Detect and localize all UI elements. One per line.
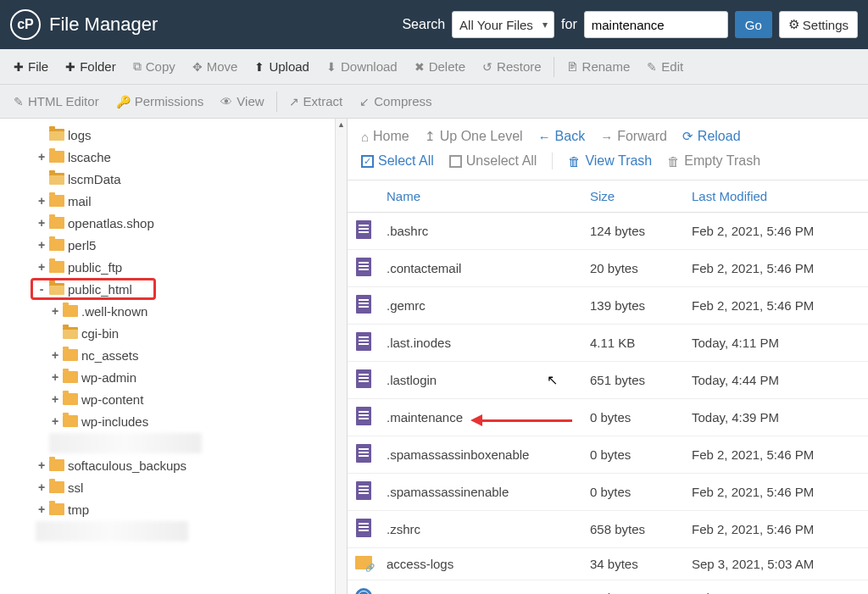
unselect-all-button[interactable]: Unselect All bbox=[449, 153, 537, 169]
compress-button[interactable]: ↙Compress bbox=[351, 89, 440, 114]
toggle-icon[interactable]: + bbox=[36, 458, 47, 472]
toggle-icon[interactable]: + bbox=[36, 502, 47, 516]
html-editor-button[interactable]: ✎HTML Editor bbox=[5, 89, 108, 114]
for-label: for bbox=[561, 17, 577, 32]
tree-item[interactable]: +wp-content bbox=[5, 388, 335, 410]
tree-item-blurred bbox=[5, 432, 335, 454]
folder-icon bbox=[63, 415, 78, 427]
folder-icon bbox=[49, 459, 64, 471]
tree-item-label: openatlas.shop bbox=[68, 216, 154, 230]
tree-item-label: softaculous_backups bbox=[68, 458, 186, 473]
file-icon bbox=[356, 220, 371, 239]
file-modified: Feb 2, 2021, 5:46 PM bbox=[685, 213, 868, 250]
table-row[interactable]: .contactemail20 bytesFeb 2, 2021, 5:46 P… bbox=[348, 250, 868, 287]
upload-button[interactable]: ⬆Upload bbox=[246, 54, 318, 79]
toggle-icon[interactable]: + bbox=[49, 414, 61, 428]
view-trash-button[interactable]: 🗑View Trash bbox=[568, 153, 652, 169]
table-row[interactable]: www11 bytesFeb 2, 2021, 5:46 PM bbox=[348, 580, 868, 595]
tree-item[interactable]: +perl5 bbox=[5, 234, 335, 256]
table-row[interactable]: .spamassassinboxenable0 bytesFeb 2, 2021… bbox=[348, 436, 868, 474]
table-row[interactable]: .maintenance0 bytesToday, 4:39 PM bbox=[348, 399, 868, 436]
tree-item-label: public_html bbox=[68, 282, 132, 297]
scroll-up-icon[interactable]: ▲ bbox=[337, 120, 345, 129]
file-name: .spamassassinboxenable bbox=[380, 436, 583, 474]
tree-item[interactable]: +wp-includes bbox=[5, 410, 335, 432]
tree-item[interactable]: +mail bbox=[5, 190, 335, 212]
empty-trash-button[interactable]: 🗑Empty Trash bbox=[667, 153, 760, 169]
back-button[interactable]: ←Back bbox=[538, 129, 586, 144]
table-row[interactable]: .last.inodes4.11 KBToday, 4:11 PM bbox=[348, 325, 868, 362]
toggle-icon[interactable]: + bbox=[49, 370, 61, 384]
toggle-icon[interactable]: + bbox=[36, 238, 47, 252]
separator bbox=[554, 57, 554, 77]
tree-item[interactable]: +lscache bbox=[5, 146, 335, 168]
icon-column[interactable] bbox=[348, 180, 380, 213]
table-row[interactable]: .lastlogin651 bytesToday, 4:44 PM bbox=[348, 362, 868, 399]
search-scope-select[interactable]: All Your Files bbox=[452, 11, 554, 38]
tree-item[interactable]: +wp-admin bbox=[5, 366, 335, 388]
new-folder-button[interactable]: ✚Folder bbox=[57, 54, 125, 79]
tree-item[interactable]: +tmp bbox=[5, 498, 335, 520]
settings-button[interactable]: ⚙ Settings bbox=[779, 11, 858, 38]
forward-button[interactable]: →Forward bbox=[600, 129, 667, 144]
search-input[interactable] bbox=[584, 11, 728, 38]
go-button[interactable]: Go bbox=[735, 11, 772, 38]
home-button[interactable]: ⌂Home bbox=[361, 129, 409, 144]
file-icon bbox=[356, 369, 371, 388]
tree-item-label: cgi-bin bbox=[81, 326, 119, 341]
table-row[interactable]: .gemrc139 bytesFeb 2, 2021, 5:46 PM bbox=[348, 287, 868, 325]
name-column[interactable]: Name bbox=[380, 180, 583, 213]
toggle-icon[interactable]: + bbox=[36, 260, 47, 274]
toggle-icon[interactable]: + bbox=[36, 194, 47, 208]
tree-item[interactable]: +softaculous_backups bbox=[5, 454, 335, 476]
toggle-icon[interactable]: - bbox=[36, 282, 47, 296]
restore-button[interactable]: ↺Restore bbox=[474, 54, 550, 79]
table-row[interactable]: .spamassassinenable0 bytesFeb 2, 2021, 5… bbox=[348, 474, 868, 511]
permissions-button[interactable]: 🔑Permissions bbox=[108, 89, 213, 114]
download-button[interactable]: ⬇Download bbox=[318, 54, 406, 79]
folder-icon bbox=[49, 129, 64, 141]
rename-button[interactable]: 🖹Rename bbox=[558, 54, 639, 79]
reload-button[interactable]: ⟳Reload bbox=[682, 129, 741, 144]
tree-item[interactable]: +.well-known bbox=[5, 300, 335, 322]
toggle-icon[interactable]: + bbox=[49, 392, 61, 406]
tree-item[interactable]: +public_ftp bbox=[5, 256, 335, 278]
back-icon: ← bbox=[538, 130, 551, 144]
forward-icon: → bbox=[600, 130, 613, 144]
tree-item[interactable]: +lscmData bbox=[5, 168, 335, 190]
content-toolbar: ⌂Home ↥Up One Level ←Back →Forward ⟳Relo… bbox=[348, 119, 868, 180]
file-modified: Today, 4:11 PM bbox=[685, 325, 868, 362]
tree-item[interactable]: +openatlas.shop bbox=[5, 212, 335, 234]
folder-icon bbox=[49, 151, 64, 163]
file-modified: Feb 2, 2021, 5:46 PM bbox=[685, 511, 868, 548]
tree-item[interactable]: +cgi-bin bbox=[5, 322, 335, 344]
size-column[interactable]: Size bbox=[583, 180, 685, 213]
table-row[interactable]: .bashrc124 bytesFeb 2, 2021, 5:46 PM bbox=[348, 213, 868, 250]
move-icon: ✥ bbox=[192, 60, 203, 74]
toggle-icon[interactable]: + bbox=[36, 216, 47, 230]
toggle-icon[interactable]: + bbox=[36, 150, 47, 164]
delete-button[interactable]: ✖Delete bbox=[406, 54, 474, 79]
table-row[interactable]: access-logs34 bytesSep 3, 2021, 5:03 AM bbox=[348, 548, 868, 580]
tree-item[interactable]: +ssl bbox=[5, 476, 335, 498]
table-row[interactable]: .zshrc658 bytesFeb 2, 2021, 5:46 PM bbox=[348, 511, 868, 548]
reload-icon: ⟳ bbox=[682, 129, 693, 144]
modified-column[interactable]: Last Modified bbox=[685, 180, 868, 213]
move-button[interactable]: ✥Move bbox=[184, 54, 247, 79]
tree-item[interactable]: -public_html bbox=[31, 278, 156, 300]
select-all-button[interactable]: ✓Select All bbox=[361, 153, 434, 169]
extract-button[interactable]: ↗Extract bbox=[281, 89, 352, 114]
toggle-icon[interactable]: + bbox=[36, 480, 47, 494]
up-level-button[interactable]: ↥Up One Level bbox=[425, 129, 523, 144]
tree-item[interactable]: +nc_assets bbox=[5, 344, 335, 366]
edit-button[interactable]: ✎Edit bbox=[638, 54, 692, 79]
file-name: access-logs bbox=[380, 548, 583, 580]
toggle-icon[interactable]: + bbox=[49, 348, 61, 362]
tree-item[interactable]: +logs bbox=[5, 124, 335, 146]
view-button[interactable]: 👁View bbox=[212, 89, 272, 114]
new-file-button[interactable]: ✚File bbox=[5, 54, 57, 79]
copy-button[interactable]: ⧉Copy bbox=[125, 54, 184, 79]
scrollbar[interactable]: ▲ bbox=[335, 119, 347, 594]
toggle-icon[interactable]: + bbox=[49, 304, 61, 318]
compress-icon: ↙ bbox=[359, 95, 370, 108]
